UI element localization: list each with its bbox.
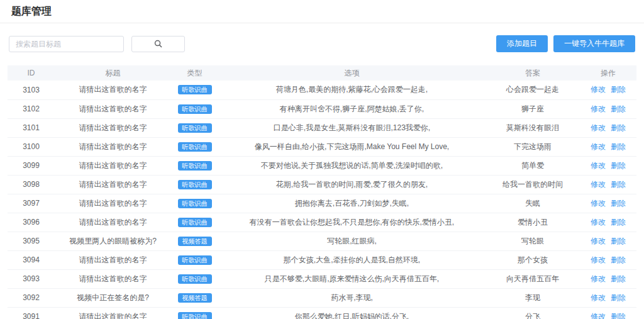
cell-title: 请猜出这首歌的名字 bbox=[55, 99, 171, 118]
cell-options: 花期,给我一首歌的时间,雨爱,爱了很久的朋友, bbox=[218, 175, 486, 194]
cell-type: 听歌识曲 bbox=[171, 213, 218, 232]
cell-type: 听歌识曲 bbox=[171, 156, 218, 175]
table-row: 3092视频中正在签名的是?视频答题药水哥,李现,李现修改删除 bbox=[8, 288, 636, 307]
cell-answer: 那个女孩 bbox=[486, 250, 580, 269]
type-badge: 听歌识曲 bbox=[178, 85, 212, 94]
delete-link[interactable]: 删除 bbox=[611, 85, 626, 94]
table-body: 3103请猜出这首歌的名字听歌识曲荷塘月色,最美的期待,紫藤花,心会跟爱一起走,… bbox=[8, 81, 636, 319]
cell-options: 拥抱你离去,百花香,刀剑如梦,失眠, bbox=[218, 194, 486, 213]
cell-answer: 狮子座 bbox=[486, 99, 580, 118]
table-row: 3094请猜出这首歌的名字听歌识曲那个女孩,大鱼,牵挂你的人是我,自然环境,那个… bbox=[8, 250, 636, 269]
cell-title: 请猜出这首歌的名字 bbox=[55, 156, 171, 175]
cell-actions: 修改删除 bbox=[580, 232, 636, 250]
cell-answer: 写轮眼 bbox=[486, 232, 580, 250]
cell-options: 口是心非,我是女生,莫斯科没有眼泪,123我爱你, bbox=[218, 118, 486, 137]
cell-options: 药水哥,李现, bbox=[218, 288, 486, 307]
cell-actions: 修改删除 bbox=[580, 81, 636, 99]
edit-link[interactable]: 修改 bbox=[591, 237, 606, 245]
cell-actions: 修改删除 bbox=[580, 156, 636, 175]
table-row: 3101请猜出这首歌的名字听歌识曲口是心非,我是女生,莫斯科没有眼泪,123我爱… bbox=[8, 118, 636, 137]
cell-options: 荷塘月色,最美的期待,紫藤花,心会跟爱一起走, bbox=[218, 81, 486, 99]
delete-link[interactable]: 删除 bbox=[611, 161, 626, 170]
cell-id: 3093 bbox=[8, 269, 55, 288]
cell-id: 3101 bbox=[8, 118, 55, 137]
cell-answer: 李现 bbox=[486, 288, 580, 307]
delete-link[interactable]: 删除 bbox=[611, 218, 626, 227]
cell-title: 请猜出这首歌的名字 bbox=[55, 137, 171, 156]
cell-actions: 修改删除 bbox=[580, 213, 636, 232]
edit-link[interactable]: 修改 bbox=[591, 161, 606, 170]
cell-title: 请猜出这首歌的名字 bbox=[55, 213, 171, 232]
cell-actions: 修改删除 bbox=[580, 250, 636, 269]
cell-id: 3102 bbox=[8, 99, 55, 118]
delete-link[interactable]: 删除 bbox=[611, 237, 626, 245]
cell-title: 请猜出这首歌的名字 bbox=[55, 250, 171, 269]
delete-link[interactable]: 删除 bbox=[611, 142, 626, 151]
delete-link[interactable]: 删除 bbox=[611, 293, 626, 302]
add-question-button[interactable]: 添加题目 bbox=[496, 35, 548, 52]
cell-id: 3099 bbox=[8, 156, 55, 175]
cell-id: 3092 bbox=[8, 288, 55, 307]
table-row: 3095视频里两人的眼睛被称为?视频答题写轮眼,红眼病,写轮眼修改删除 bbox=[8, 232, 636, 250]
edit-link[interactable]: 修改 bbox=[591, 85, 606, 94]
delete-link[interactable]: 删除 bbox=[611, 123, 626, 132]
content: 添加题目 一键导入牛牛题库 ID 标题 类型 选项 答案 操作 3103请猜出这… bbox=[0, 35, 644, 319]
cell-type: 视频答题 bbox=[171, 288, 218, 307]
edit-link[interactable]: 修改 bbox=[591, 218, 606, 227]
cell-actions: 修改删除 bbox=[580, 288, 636, 307]
cell-type: 听歌识曲 bbox=[171, 137, 218, 156]
cell-options: 那个女孩,大鱼,牵挂你的人是我,自然环境, bbox=[218, 250, 486, 269]
search-input[interactable] bbox=[9, 36, 124, 52]
edit-link[interactable]: 修改 bbox=[591, 199, 606, 208]
edit-link[interactable]: 修改 bbox=[591, 274, 606, 283]
cell-type: 听歌识曲 bbox=[171, 81, 218, 99]
search-button[interactable] bbox=[131, 36, 185, 52]
import-question-bank-button[interactable]: 一键导入牛牛题库 bbox=[553, 35, 635, 52]
type-badge: 听歌识曲 bbox=[178, 218, 212, 227]
table-row: 3100请猜出这首歌的名字听歌识曲像风一样自由,给小孩,下完这场雨,Make Y… bbox=[8, 137, 636, 156]
cell-actions: 修改删除 bbox=[580, 137, 636, 156]
edit-link[interactable]: 修改 bbox=[591, 255, 606, 264]
cell-answer: 向天再借五百年 bbox=[486, 269, 580, 288]
cell-type: 听歌识曲 bbox=[171, 194, 218, 213]
edit-link[interactable]: 修改 bbox=[591, 142, 606, 151]
type-badge: 视频答题 bbox=[178, 293, 212, 303]
cell-id: 3095 bbox=[8, 232, 55, 250]
cell-type: 听歌识曲 bbox=[171, 175, 218, 194]
type-badge: 视频答题 bbox=[178, 237, 212, 246]
cell-title: 请猜出这首歌的名字 bbox=[55, 81, 171, 99]
delete-link[interactable]: 删除 bbox=[611, 104, 626, 113]
cell-type: 听歌识曲 bbox=[171, 250, 218, 269]
delete-link[interactable]: 删除 bbox=[611, 274, 626, 283]
cell-answer: 分飞 bbox=[486, 307, 580, 319]
column-header-actions: 操作 bbox=[580, 65, 636, 81]
edit-link[interactable]: 修改 bbox=[591, 293, 606, 302]
cell-options: 有种离开叫舍不得,狮子座,阿楚姑娘,丢了你, bbox=[218, 99, 486, 118]
column-header-type: 类型 bbox=[171, 65, 218, 81]
type-badge: 听歌识曲 bbox=[178, 161, 212, 171]
cell-title: 视频里两人的眼睛被称为? bbox=[55, 232, 171, 250]
edit-link[interactable]: 修改 bbox=[591, 180, 606, 189]
cell-title: 请猜出这首歌的名字 bbox=[55, 307, 171, 319]
edit-link[interactable]: 修改 bbox=[591, 104, 606, 113]
column-header-options: 选项 bbox=[218, 65, 486, 81]
question-table: ID 标题 类型 选项 答案 操作 3103请猜出这首歌的名字听歌识曲荷塘月色,… bbox=[8, 65, 636, 319]
type-badge: 听歌识曲 bbox=[178, 199, 212, 208]
cell-answer: 给我一首歌的时间 bbox=[486, 175, 580, 194]
delete-link[interactable]: 删除 bbox=[611, 180, 626, 189]
page-title: 题库管理 bbox=[11, 5, 644, 18]
cell-options: 只是不够爱,大眼睛,原来爱情这么伤,向天再借五百年, bbox=[218, 269, 486, 288]
cell-id: 3098 bbox=[8, 175, 55, 194]
delete-link[interactable]: 删除 bbox=[611, 312, 626, 319]
cell-id: 3096 bbox=[8, 213, 55, 232]
cell-answer: 爱情小丑 bbox=[486, 213, 580, 232]
delete-link[interactable]: 删除 bbox=[611, 255, 626, 264]
page-header: 题库管理 bbox=[0, 0, 644, 23]
delete-link[interactable]: 删除 bbox=[611, 199, 626, 208]
cell-id: 3103 bbox=[8, 81, 55, 99]
edit-link[interactable]: 修改 bbox=[591, 123, 606, 132]
edit-link[interactable]: 修改 bbox=[591, 312, 606, 319]
type-badge: 听歌识曲 bbox=[178, 123, 212, 133]
cell-answer: 莫斯科没有眼泪 bbox=[486, 118, 580, 137]
cell-id: 3091 bbox=[8, 307, 55, 319]
